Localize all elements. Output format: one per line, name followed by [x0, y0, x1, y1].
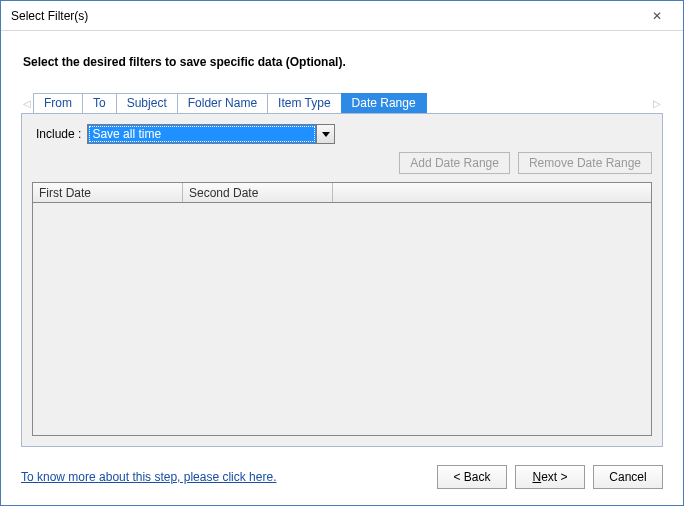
include-dropdown[interactable]: Save all time	[87, 124, 335, 144]
range-buttons-row: Add Date Range Remove Date Range	[32, 152, 652, 174]
content-area: Select the desired filters to save speci…	[1, 31, 683, 457]
dialog-window: Select Filter(s) ✕ Select the desired fi…	[0, 0, 684, 506]
filter-panel: Include : Save all time Add Date Range R…	[21, 113, 663, 447]
grid-body	[33, 203, 651, 435]
include-label: Include :	[36, 127, 81, 141]
back-button-label: < Back	[453, 470, 490, 484]
close-icon[interactable]: ✕	[639, 3, 675, 29]
window-title: Select Filter(s)	[11, 9, 88, 23]
next-button-label: Next >	[532, 470, 567, 484]
tab-row: ◁ From To Subject Folder Name Item Type …	[21, 93, 663, 113]
cancel-button[interactable]: Cancel	[593, 465, 663, 489]
tab-folder-name[interactable]: Folder Name	[177, 93, 268, 113]
include-row: Include : Save all time	[36, 124, 652, 144]
tab-subject[interactable]: Subject	[116, 93, 178, 113]
chevron-down-icon	[316, 125, 334, 143]
tab-to[interactable]: To	[82, 93, 117, 113]
tab-scroll-right-icon[interactable]: ▷	[651, 94, 663, 112]
tab-scroll-left-icon[interactable]: ◁	[21, 94, 33, 112]
tab-from[interactable]: From	[33, 93, 83, 113]
tab-item-type[interactable]: Item Type	[267, 93, 341, 113]
back-button[interactable]: < Back	[437, 465, 507, 489]
remove-date-range-button[interactable]: Remove Date Range	[518, 152, 652, 174]
grid-header: First Date Second Date	[33, 183, 651, 203]
help-link[interactable]: To know more about this step, please cli…	[21, 470, 276, 484]
column-filler	[333, 183, 651, 202]
nav-buttons: < Back Next > Cancel	[437, 465, 663, 489]
add-date-range-button[interactable]: Add Date Range	[399, 152, 510, 174]
titlebar: Select Filter(s) ✕	[1, 1, 683, 31]
column-first-date[interactable]: First Date	[33, 183, 183, 202]
tab-strip: From To Subject Folder Name Item Type Da…	[33, 93, 651, 113]
next-button[interactable]: Next >	[515, 465, 585, 489]
date-range-grid: First Date Second Date	[32, 182, 652, 436]
include-selected: Save all time	[88, 125, 316, 143]
tab-date-range[interactable]: Date Range	[341, 93, 427, 113]
column-second-date[interactable]: Second Date	[183, 183, 333, 202]
instruction-text: Select the desired filters to save speci…	[23, 55, 663, 69]
cancel-button-label: Cancel	[609, 470, 646, 484]
footer: To know more about this step, please cli…	[1, 457, 683, 505]
